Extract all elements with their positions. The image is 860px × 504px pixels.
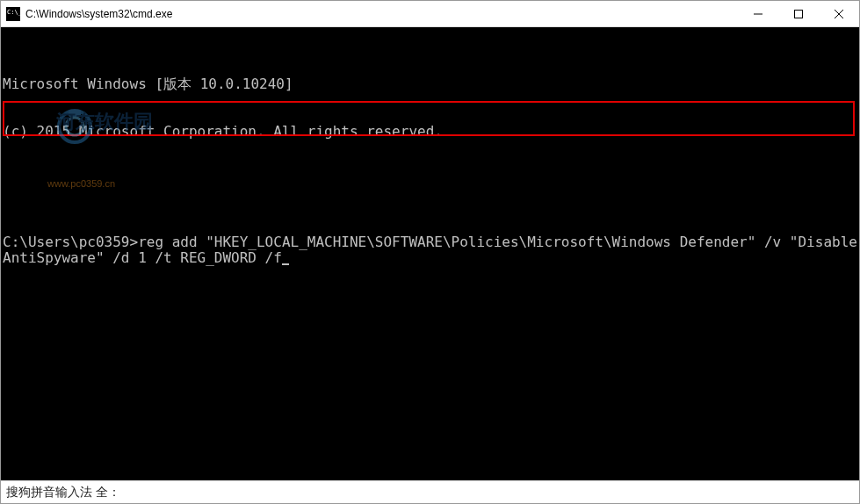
terminal-line: (c) 2015 Microsoft Corporation. All righ… — [3, 124, 859, 140]
maximize-icon — [794, 10, 803, 18]
watermark-url: www.pc0359.cn — [47, 176, 153, 191]
close-button[interactable] — [819, 1, 859, 26]
svg-rect-1 — [795, 10, 803, 18]
minimize-icon — [754, 10, 762, 18]
terminal-prompt-line: C:\Users\pc0359>reg add "HKEY_LOCAL_MACH… — [3, 234, 859, 266]
window-controls — [738, 1, 859, 26]
terminal-output[interactable]: 河东软件园 www.pc0359.cn Microsoft Windows [版… — [1, 27, 859, 480]
maximize-button[interactable] — [778, 1, 819, 26]
close-icon — [835, 10, 843, 18]
cursor — [282, 263, 289, 265]
cmd-icon — [6, 7, 20, 21]
svg-rect-6 — [69, 110, 81, 117]
window-title: C:\Windows\system32\cmd.exe — [25, 8, 738, 20]
window-titlebar: C:\Windows\system32\cmd.exe — [1, 1, 859, 27]
ime-status-bar: 搜狗拼音输入法 全： — [1, 480, 859, 503]
minimize-button[interactable] — [738, 1, 778, 26]
terminal-line: Microsoft Windows [版本 10.0.10240] — [3, 76, 859, 92]
terminal-command-text: C:\Users\pc0359>reg add "HKEY_LOCAL_MACH… — [3, 234, 857, 266]
ime-status-text: 搜狗拼音输入法 全： — [6, 485, 120, 499]
